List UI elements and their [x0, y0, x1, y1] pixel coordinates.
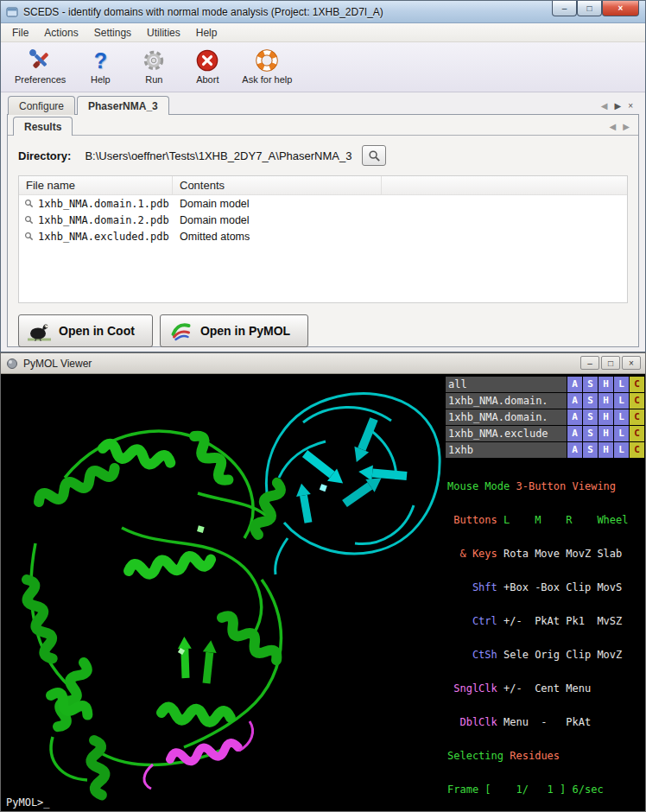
menu-utilities[interactable]: Utilities: [139, 25, 188, 41]
label-button[interactable]: L: [614, 409, 629, 425]
color-button[interactable]: C: [630, 377, 644, 392]
file-contents: Omitted atoms: [173, 231, 382, 243]
pymol-close-button[interactable]: ×: [622, 356, 641, 370]
object-name[interactable]: all: [446, 377, 567, 392]
pymol-window-title: PyMOL Viewer: [23, 358, 92, 370]
file-magnifier-icon: [24, 215, 34, 225]
label-button[interactable]: L: [614, 377, 629, 392]
menu-file[interactable]: File: [4, 25, 36, 41]
tab-navigation: ◀ ▶ ×: [601, 102, 633, 111]
pymol-titlebar[interactable]: PyMOL Viewer – □ ×: [1, 353, 645, 374]
selecting-label: Selecting: [447, 750, 504, 762]
magnifier-icon: [368, 149, 381, 162]
hide-button[interactable]: H: [598, 426, 613, 441]
column-spacer: [382, 176, 627, 194]
results-scroll-right-icon[interactable]: ▶: [623, 123, 630, 131]
file-name: 1xhb_NMA.excluded.pdb: [38, 231, 169, 243]
tab-configure[interactable]: Configure: [8, 96, 75, 115]
table-row[interactable]: 1xhb_NMA.excluded.pdb Omitted atoms: [19, 228, 627, 244]
action-button[interactable]: A: [567, 442, 582, 458]
tab-scroll-right-icon[interactable]: ▶: [614, 102, 621, 111]
menu-actions[interactable]: Actions: [36, 25, 86, 41]
mouse-row-label: DblClk: [447, 716, 497, 728]
pymol-minimize-button[interactable]: –: [580, 356, 599, 370]
hide-button[interactable]: H: [598, 393, 613, 409]
menu-settings[interactable]: Settings: [86, 25, 139, 41]
action-button[interactable]: A: [567, 409, 582, 425]
color-button[interactable]: C: [630, 393, 644, 409]
maximize-button[interactable]: □: [577, 1, 602, 16]
show-button[interactable]: S: [583, 377, 598, 392]
label-button[interactable]: L: [614, 393, 629, 409]
table-row[interactable]: 1xhb_NMA.domain.2.pdb Domain model: [19, 212, 627, 228]
object-name[interactable]: 1xhb: [446, 442, 567, 458]
file-table: File name Contents 1xhb_NMA.domain.1.pdb…: [18, 175, 628, 303]
file-contents: Domain model: [173, 198, 382, 210]
minimize-button[interactable]: –: [552, 1, 577, 16]
pymol-logo-icon: [169, 320, 193, 342]
close-button[interactable]: ×: [602, 1, 639, 16]
lifebuoy-icon: [254, 48, 280, 73]
results-tab-navigation: ◀ ▶: [610, 123, 630, 131]
mouse-mode-value[interactable]: 3-Button Viewing: [510, 480, 616, 492]
tab-phasernma-3[interactable]: PhaserNMA_3: [77, 96, 169, 115]
object-name[interactable]: 1xhb_NMA.exclude: [446, 426, 567, 441]
mouse-row-values: +/- Cent Menu: [497, 682, 591, 695]
mouse-row-label: Buttons: [447, 514, 497, 526]
open-in-pymol-label: Open in PyMOL: [200, 324, 290, 338]
open-in-pymol-button[interactable]: Open in PyMOL: [160, 314, 308, 347]
label-button[interactable]: L: [614, 442, 629, 458]
directory-label: Directory:: [18, 149, 71, 162]
pymol-maximize-button[interactable]: □: [601, 356, 620, 370]
selecting-mode-value[interactable]: Residues: [504, 750, 560, 762]
show-button[interactable]: S: [583, 442, 598, 458]
mouse-row-label: Shft: [447, 581, 497, 593]
preferences-label: Preferences: [15, 74, 66, 85]
object-name[interactable]: 1xhb_NMA.domain.: [446, 393, 567, 409]
pymol-viewport[interactable]: PyMOL>_: [1, 374, 445, 811]
coot-bird-icon: [28, 321, 51, 341]
preferences-button[interactable]: Preferences: [10, 46, 71, 85]
color-button[interactable]: C: [630, 442, 644, 458]
help-button[interactable]: ? Help: [76, 46, 124, 85]
show-button[interactable]: S: [583, 426, 598, 441]
file-contents: Domain model: [173, 214, 382, 226]
tab-close-icon[interactable]: ×: [628, 102, 633, 111]
run-label: Run: [145, 74, 162, 85]
open-in-coot-button[interactable]: Open in Coot: [18, 314, 153, 347]
menu-help[interactable]: Help: [188, 25, 225, 41]
tab-scroll-left-icon[interactable]: ◀: [601, 102, 608, 111]
pymol-side-panel: all A S H L C 1xhb_NMA.domain. A S H L C…: [445, 374, 645, 811]
run-button[interactable]: Run: [130, 46, 178, 85]
ask-for-help-button[interactable]: Ask for help: [237, 46, 297, 85]
protein-structure: [1, 374, 445, 811]
label-button[interactable]: L: [614, 426, 629, 441]
file-name: 1xhb_NMA.domain.2.pdb: [38, 214, 169, 226]
mouse-row-label: & Keys: [447, 548, 497, 560]
hide-button[interactable]: H: [598, 442, 613, 458]
show-button[interactable]: S: [583, 409, 598, 425]
browse-directory-button[interactable]: [362, 145, 386, 166]
action-button[interactable]: A: [567, 377, 582, 392]
color-button[interactable]: C: [630, 409, 644, 425]
hide-button[interactable]: H: [598, 377, 613, 392]
show-button[interactable]: S: [583, 393, 598, 409]
table-row[interactable]: 1xhb_NMA.domain.1.pdb Domain model: [19, 195, 627, 212]
pymol-prompt[interactable]: PyMOL>_: [6, 796, 50, 809]
hide-button[interactable]: H: [598, 409, 613, 425]
file-magnifier-icon: [24, 232, 34, 241]
sceds-titlebar[interactable]: SCEDS - identify domains with normal mod…: [1, 1, 645, 23]
abort-button[interactable]: Abort: [183, 46, 231, 85]
tab-results[interactable]: Results: [13, 117, 73, 136]
action-button[interactable]: A: [567, 393, 582, 409]
sceds-window: SCEDS - identify domains with normal mod…: [0, 0, 646, 352]
color-button[interactable]: C: [630, 426, 644, 441]
object-name[interactable]: 1xhb_NMA.domain.: [446, 409, 567, 425]
results-scroll-left-icon[interactable]: ◀: [610, 123, 617, 131]
mouse-mode-label: Mouse Mode: [447, 480, 510, 492]
action-button[interactable]: A: [567, 426, 582, 441]
column-file-name[interactable]: File name: [19, 176, 173, 194]
mouse-mode-panel: Mouse Mode 3-Button Viewing Buttons L M …: [447, 459, 645, 812]
column-contents[interactable]: Contents: [173, 176, 382, 194]
frame-counter: Frame [ 1/ 1 ] 6/sec: [447, 783, 604, 796]
